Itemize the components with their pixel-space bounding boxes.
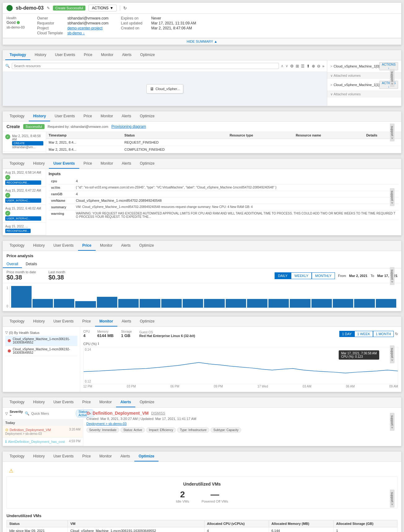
altab-optimize[interactable]: Optimize — [135, 397, 159, 407]
export-icon[interactable]: ⬆ — [306, 64, 310, 68]
cloud-template-link[interactable]: sb-demo ↓ — [67, 31, 85, 35]
price-support[interactable]: support > — [390, 267, 395, 285]
dismiss-button[interactable]: DISMISS — [151, 411, 165, 415]
history-support[interactable]: support > — [390, 123, 395, 141]
mon-period-1day-button[interactable]: 1 DAY — [339, 331, 354, 337]
ue-user-interact-button-1[interactable]: USER_INTERAC... — [5, 198, 41, 203]
mon-period-1week-button[interactable]: 1 WEEK — [354, 331, 373, 337]
zoom-out-icon[interactable]: ⊖ — [317, 64, 320, 68]
tab-optimize[interactable]: Optimize — [136, 50, 159, 60]
optab-topology[interactable]: Topology — [5, 452, 29, 461]
ue-reconfigure-button-0[interactable]: RECONFIGURE... — [5, 180, 41, 185]
monitor-support[interactable]: support > — [390, 345, 395, 363]
topology-support[interactable]: support > — [390, 69, 395, 87]
tab-topology[interactable]: Topology — [5, 50, 30, 60]
montab-alerts[interactable]: Alerts — [117, 317, 136, 327]
montab-user-events[interactable]: User Events — [49, 317, 78, 327]
project-link[interactable]: demo-vcenter-project — [67, 26, 102, 30]
ptab-price[interactable]: Price — [78, 241, 96, 251]
alert-item-0[interactable]: ⊙ Definition_Deployment_VM Deployment > … — [3, 426, 83, 438]
history-create-button[interactable]: CREATE — [12, 141, 43, 145]
hide-summary-button[interactable]: HIDE SUMMARY ▲ — [3, 38, 401, 45]
ptab-alerts[interactable]: Alerts — [117, 241, 135, 251]
htab-topology[interactable]: Topology — [5, 111, 29, 121]
monitor-chart-area: CPU (%) ℹ 0.14 0.12 Mar 17, 2 — [83, 342, 398, 389]
bar — [75, 301, 96, 308]
price-tab-overall[interactable]: Overall — [3, 261, 22, 268]
optab-alerts[interactable]: Alerts — [116, 452, 134, 461]
zoom-in-icon[interactable]: ⊕ — [312, 64, 315, 68]
tab-user-events[interactable]: User Events — [50, 50, 79, 60]
altab-alerts[interactable]: Alerts — [116, 397, 135, 407]
pencil-icon[interactable]: ✎ — [47, 6, 50, 10]
altab-history[interactable]: History — [29, 397, 49, 407]
alert-item-1[interactable]: ℹ AlertDefinition_Deployment_has_cost 4:… — [3, 438, 83, 446]
ptab-user-events[interactable]: User Events — [49, 241, 78, 251]
monitor-vm-item-0[interactable]: Cloud_vSphere_Machine_1-mcm306191-163093… — [5, 336, 77, 346]
altab-user-events[interactable]: User Events — [49, 397, 78, 407]
refresh-icon[interactable]: ↻ — [395, 332, 398, 336]
topo-actions-button-1[interactable]: ACTIONS ↓ — [379, 81, 398, 89]
alert-deployment-link[interactable]: Deployment > sb-demo-03 — [86, 422, 127, 426]
refresh-icon[interactable]: ↻ — [123, 6, 127, 11]
uetab-history[interactable]: History — [29, 159, 49, 169]
montab-optimize[interactable]: Optimize — [136, 317, 159, 327]
grid-icon[interactable]: ⊞ — [296, 64, 299, 68]
mon-period-1month-button[interactable]: 1 MONTH — [373, 331, 394, 337]
list-icon[interactable]: ☰ — [301, 64, 305, 68]
optab-optimize[interactable]: Optimize — [134, 452, 159, 461]
ue-support[interactable]: support > — [390, 188, 395, 206]
topo-actions-button-0[interactable]: ACTIONS ↓ — [379, 62, 398, 70]
altab-monitor[interactable]: Monitor — [95, 397, 116, 407]
altab-price[interactable]: Price — [78, 397, 95, 407]
montab-history[interactable]: History — [29, 317, 49, 327]
ue-user-interact-button-2[interactable]: USER_INTERAC... — [5, 216, 41, 221]
tab-alerts[interactable]: Alerts — [118, 50, 136, 60]
ue-reconfigure-button-3[interactable]: RECONFIGURE... — [5, 229, 31, 233]
uetab-price[interactable]: Price — [79, 159, 96, 169]
montab-topology[interactable]: Topology — [5, 317, 29, 327]
htab-history[interactable]: History — [29, 111, 50, 121]
uetab-topology[interactable]: Topology — [5, 159, 29, 169]
chevron-down-icon[interactable]: ∨ — [285, 64, 288, 68]
vm-node[interactable]: 🖥 Cloud_vSpher... — [146, 84, 183, 93]
htab-alerts[interactable]: Alerts — [117, 111, 136, 121]
tab-price[interactable]: Price — [80, 50, 97, 60]
actions-button[interactable]: ACTIONS ▼ — [89, 5, 117, 11]
optimize-support[interactable]: support > — [390, 490, 395, 508]
htab-optimize[interactable]: Optimize — [136, 111, 159, 121]
ptab-optimize[interactable]: Optimize — [135, 241, 158, 251]
ptab-history[interactable]: History — [29, 241, 49, 251]
expand-icon[interactable]: » — [322, 64, 324, 68]
ptab-topology[interactable]: Topology — [5, 241, 29, 251]
htab-price[interactable]: Price — [79, 111, 96, 121]
period-daily-button[interactable]: DAILY — [275, 272, 291, 279]
period-weekly-button[interactable]: WEEKLY — [291, 272, 312, 279]
provisioning-diagram-link[interactable]: Provisioning diagram — [111, 124, 146, 129]
period-monthly-button[interactable]: MONTHLY — [312, 272, 335, 279]
tab-monitor[interactable]: Monitor — [97, 50, 118, 60]
chevron-up-icon[interactable]: ∧ — [281, 64, 284, 68]
htab-user-events[interactable]: User Events — [50, 111, 79, 121]
quick-filter-input[interactable] — [31, 412, 74, 415]
search-input[interactable] — [12, 63, 279, 69]
uetab-user-events[interactable]: User Events — [49, 159, 79, 169]
alerts-support[interactable]: support > — [390, 413, 395, 431]
tab-history[interactable]: History — [30, 50, 50, 60]
optab-monitor[interactable]: Monitor — [95, 452, 116, 461]
uetab-alerts[interactable]: Alerts — [117, 159, 136, 169]
price-tab-details[interactable]: Details — [22, 261, 41, 268]
montab-monitor[interactable]: Monitor — [95, 317, 117, 327]
altab-topology[interactable]: Topology — [5, 397, 29, 407]
table-row: Idle since Mar 09, 2021 Cloud_vSphere_Ma… — [7, 527, 397, 532]
htab-monitor[interactable]: Monitor — [96, 111, 117, 121]
optab-user-events[interactable]: User Events — [49, 452, 78, 461]
uetab-optimize[interactable]: Optimize — [136, 159, 159, 169]
uetab-monitor[interactable]: Monitor — [96, 159, 117, 169]
optab-price[interactable]: Price — [78, 452, 95, 461]
gear-icon[interactable]: ⚙ — [290, 64, 294, 68]
ptab-monitor[interactable]: Monitor — [96, 241, 117, 251]
optab-history[interactable]: History — [29, 452, 49, 461]
monitor-vm-item-1[interactable]: Cloud_vSphere_Machine_1-mcm306192-163093… — [5, 346, 77, 356]
montab-price[interactable]: Price — [78, 317, 95, 327]
